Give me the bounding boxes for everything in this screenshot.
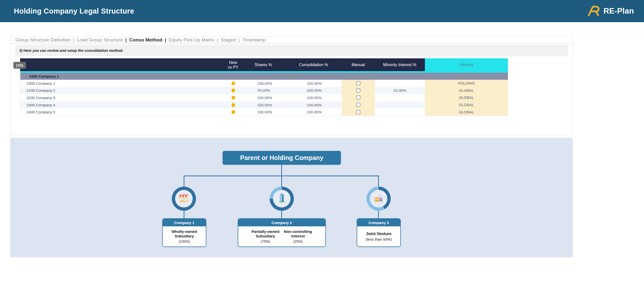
collapse-toggle-icon[interactable]: - <box>26 74 27 78</box>
ownership-percent-label: (75%) <box>252 239 279 243</box>
yellow-status-dot-icon <box>231 103 235 107</box>
ownership-ring-company-1 <box>172 187 196 211</box>
manual-cell <box>342 101 375 109</box>
new-vs-py-cell <box>225 108 242 116</box>
ownership-type-label: Partially-owned Subsidiary <box>252 229 279 238</box>
col-header-minority-interest: Minority Interest % <box>375 58 425 73</box>
grid-body: - 1000 Company 1 1000 Company 1 100.00% … <box>20 73 508 116</box>
manual-checkbox[interactable] <box>356 96 360 100</box>
tab-group-structure-definition[interactable]: Group Structure Definition <box>15 37 71 43</box>
legal-structure-diagram: Parent or Holding Company <box>10 138 573 257</box>
tab-separator: | <box>165 37 166 43</box>
instruction-band: 3) Here you can review and setup the con… <box>15 45 568 56</box>
ownership-type-label: Wholly-owned Subsidiary <box>172 229 197 238</box>
group-row-1000-company-1[interactable]: - 1000 Company 1 <box>20 73 508 80</box>
ownership-type-label: Joint Venture <box>366 232 392 236</box>
table-row[interactable]: 1000 Company 1 100.00% 100.00% HOLDING <box>20 80 508 87</box>
consolidation-cell: 100.00% <box>285 101 342 109</box>
table-row[interactable]: 2100 Company 2 75.00% 100.00% 25.00% GLO… <box>20 87 508 94</box>
ownership-type-label: Non-controlling interest <box>284 229 312 238</box>
manual-cell <box>342 94 375 101</box>
minority-interest-cell <box>375 80 425 87</box>
table-row[interactable]: 2400 Company 5 100.00% 100.00% GLOBAL <box>20 108 508 116</box>
connector-line <box>184 176 184 187</box>
method-cell[interactable]: GLOBAL <box>425 101 508 109</box>
shares-cell: 100.00% <box>242 101 286 109</box>
minority-interest-cell: 25.00% <box>375 87 425 94</box>
manual-checkbox[interactable] <box>356 81 360 85</box>
manual-checkbox[interactable] <box>356 103 360 107</box>
company-name-cell: 2100 Company 2 <box>20 87 225 94</box>
yellow-status-dot-icon <box>231 81 235 85</box>
shares-cell: 100.00% <box>242 108 286 116</box>
ownership-percent-label: (100%) <box>172 239 197 243</box>
pager-badge: {1/2} <box>13 62 26 69</box>
step-tabs: Group Structure Definition | Load Group … <box>11 36 573 44</box>
manual-checkbox[interactable] <box>356 110 360 114</box>
company-name-cell: 1000 Company 1 <box>20 80 225 87</box>
new-vs-py-cell <box>225 80 242 87</box>
minority-interest-cell <box>375 94 425 101</box>
col-header-shares: Shares % <box>241 58 285 73</box>
manual-cell <box>342 108 375 116</box>
new-vs-py-cell <box>225 94 242 101</box>
connector-line <box>184 211 184 219</box>
manual-cell <box>342 87 375 94</box>
parent-company-node: Parent or Holding Company <box>223 151 341 165</box>
company-name-cell: 2200 Company 3 <box>20 94 225 101</box>
ownership-ring-company-3 <box>367 187 391 211</box>
tab-separator: | <box>238 37 240 43</box>
col-header-manual: Manual <box>342 58 375 73</box>
col-header-new-vs-py: New vs PY <box>225 58 241 73</box>
consolidation-cell: 100.00% <box>285 87 342 94</box>
conso-method-grid: New vs PY Shares % Consolidation % Manua… <box>20 58 508 116</box>
minority-interest-cell <box>375 101 425 109</box>
table-row[interactable]: 2300 Company 4 100.00% 100.00% GLOBAL <box>20 101 508 109</box>
ownership-percent-label: (25%) <box>284 239 312 243</box>
office-building-icon <box>276 193 287 204</box>
app-window: Holding Company Legal Structure RE-Plan … <box>0 0 644 295</box>
table-row[interactable]: 2200 Company 3 100.00% 100.00% GLOBAL <box>20 94 508 101</box>
method-cell[interactable]: GLOBAL <box>425 108 508 116</box>
tab-separator: | <box>125 37 127 43</box>
top-app-bar: Holding Company Legal Structure RE-Plan <box>0 0 644 22</box>
consolidation-cell: 100.00% <box>285 80 342 87</box>
grid-header-row: New vs PY Shares % Consolidation % Manua… <box>20 58 508 73</box>
minority-interest-cell <box>375 108 425 116</box>
new-vs-py-cell <box>225 87 242 94</box>
instruction-text: 3) Here you can review and setup the con… <box>19 49 123 53</box>
connector-line <box>281 176 282 187</box>
yellow-status-dot-icon <box>231 89 235 92</box>
company-name-cell: 2300 Company 4 <box>20 101 225 109</box>
tab-load-group-structure[interactable]: Load Group Structure <box>77 37 123 43</box>
replan-logo-icon <box>587 5 600 18</box>
connector-line <box>281 211 282 219</box>
company-3-card: Company 3 Joint Venture (less than 50%) <box>357 218 401 247</box>
col-header-consolidation: Consolidation % <box>285 58 342 73</box>
connector-line <box>281 165 282 176</box>
ownership-percent-label: (less than 50%) <box>366 237 392 241</box>
tab-staged[interactable]: Staged <box>221 37 236 43</box>
store-icon <box>179 193 189 204</box>
consolidation-cell: 100.00% <box>285 108 342 116</box>
method-cell[interactable]: GLOBAL <box>425 87 508 94</box>
manual-checkbox[interactable] <box>356 89 360 93</box>
ownership-ring-company-2 <box>270 187 294 211</box>
consolidation-cell: 100.00% <box>285 94 342 101</box>
manual-cell <box>342 80 375 87</box>
company-1-card: Company 1 Wholly-owned Subsidiary (100%) <box>162 218 206 247</box>
method-cell[interactable]: GLOBAL <box>425 94 508 101</box>
group-row-label: 1000 Company 1 <box>29 74 59 78</box>
tab-conso-method[interactable]: Conso Method <box>129 37 163 43</box>
company-3-card-title: Company 3 <box>357 219 400 226</box>
method-cell[interactable]: HOLDING <box>425 80 508 87</box>
tab-separator: | <box>73 37 74 43</box>
shares-cell: 75.00% <box>242 87 286 94</box>
yellow-status-dot-icon <box>231 110 235 114</box>
company-2-card: Company 2 Partially-owned Subsidiary (75… <box>238 218 326 247</box>
new-vs-py-cell <box>225 101 242 109</box>
col-header-company <box>20 58 225 73</box>
tab-equity-pick-up-matrix[interactable]: Equity Pick-Up Matrix <box>169 37 215 43</box>
yellow-status-dot-icon <box>231 96 235 100</box>
tab-timestamp[interactable]: Timestamp <box>242 37 266 43</box>
